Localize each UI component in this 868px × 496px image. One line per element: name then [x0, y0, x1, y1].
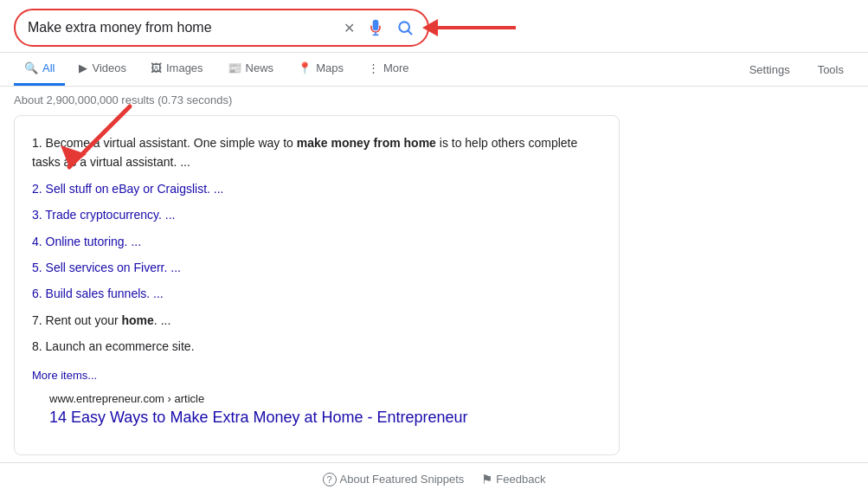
search-icon — [396, 19, 414, 36]
feedback-info: ⚑ Feedback — [481, 472, 545, 487]
flag-icon: ⚑ — [481, 472, 492, 487]
list-item: 8. Launch an ecommerce site. — [32, 333, 601, 359]
videos-icon: ▶ — [79, 61, 87, 74]
microphone-button[interactable] — [365, 17, 386, 38]
maps-icon: 📍 — [298, 61, 312, 74]
bottom-bar: ? About Featured Snippets ⚑ Feedback — [0, 462, 868, 496]
list-item-link[interactable]: 2. Sell stuff on eBay or Craigslist. ... — [32, 182, 224, 196]
svg-line-3 — [408, 31, 412, 35]
all-icon: 🔍 — [24, 61, 38, 74]
results-info: About 2,900,000,000 results (0.73 second… — [0, 87, 868, 112]
list-item: 2. Sell stuff on eBay or Craigslist. ... — [32, 176, 601, 202]
question-icon: ? — [323, 473, 337, 486]
arrow-annotation — [424, 19, 516, 36]
list-item: 1. Become a virtual assistant. One simpl… — [32, 130, 601, 176]
more-items-link[interactable]: More items... — [32, 369, 601, 382]
list-item-link[interactable]: 3. Trade cryptocurrency. ... — [32, 208, 175, 222]
list-item: 6. Build sales funnels. ... — [32, 280, 601, 306]
settings-area: Settings Tools — [739, 55, 854, 85]
clear-button[interactable]: ✕ — [342, 18, 357, 38]
tab-more[interactable]: ⋮ More — [357, 53, 420, 86]
more-icon: ⋮ — [368, 61, 379, 74]
snippet-card: 1. Become a virtual assistant. One simpl… — [14, 115, 620, 455]
search-input[interactable]: Make extra money from home — [28, 20, 335, 35]
tab-news[interactable]: 📰 News — [217, 53, 285, 86]
tab-videos[interactable]: ▶ Videos — [68, 53, 137, 86]
source-url: www.entrepreneur.com › article — [32, 382, 601, 409]
tab-settings[interactable]: Settings — [739, 55, 800, 85]
tab-all[interactable]: 🔍 All — [14, 53, 65, 86]
list-item: 3. Trade cryptocurrency. ... — [32, 202, 601, 228]
snippet-list: 1. Become a virtual assistant. One simpl… — [32, 130, 601, 360]
tab-images[interactable]: 🖼 Images — [140, 53, 214, 86]
featured-snippets-info: ? About Featured Snippets — [323, 473, 465, 486]
list-item: 5. Sell services on Fiverr. ... — [32, 254, 601, 280]
search-bar-area: Make extra money from home ✕ — [0, 0, 868, 53]
arrow-line — [438, 26, 516, 29]
search-icons: ✕ — [342, 17, 415, 38]
search-button[interactable] — [395, 17, 415, 38]
search-box: Make extra money from home ✕ — [14, 9, 429, 47]
news-icon: 📰 — [228, 61, 241, 74]
images-icon: 🖼 — [151, 61, 162, 74]
tab-tools[interactable]: Tools — [807, 55, 854, 85]
annotation-wrapper: 1. Become a virtual assistant. One simpl… — [0, 115, 868, 455]
result-title-link[interactable]: 14 Easy Ways to Make Extra Money at Home… — [32, 409, 601, 441]
list-item-link[interactable]: 6. Build sales funnels. ... — [32, 287, 164, 300]
clear-icon: ✕ — [344, 20, 355, 36]
list-item: 7. Rent out your home. ... — [32, 307, 601, 333]
microphone-icon — [367, 19, 384, 36]
list-item: 4. Online tutoring. ... — [32, 229, 601, 254]
list-item-link[interactable]: 4. Online tutoring. ... — [32, 235, 141, 248]
search-tabs: 🔍 All ▶ Videos 🖼 Images 📰 News 📍 Maps ⋮ … — [0, 53, 868, 87]
tab-maps[interactable]: 📍 Maps — [287, 53, 354, 86]
list-item-link[interactable]: 5. Sell services on Fiverr. ... — [32, 261, 181, 274]
